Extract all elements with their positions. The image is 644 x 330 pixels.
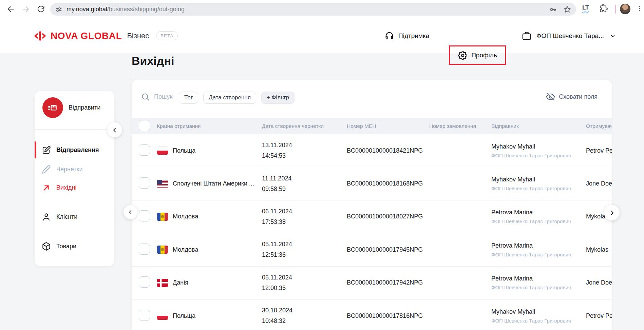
country-name: Данія [173,279,188,286]
hide-fields-label: Сховати поля [559,93,598,100]
sender-org: ФОП Шевченко Тарас Григорович [491,318,586,324]
draft-time: 09:58:59 [262,184,347,194]
headphones-icon [384,31,394,41]
back-icon[interactable] [7,5,15,13]
sidebar-divider [35,129,114,130]
draft-date: 05.11.2024 [262,272,347,283]
table-row[interactable]: Молдова 06.11.2024 17:53:38 BC0000010000… [132,200,612,233]
table-scroll-right-button[interactable] [604,205,620,220]
country-name: Молдова [173,246,198,253]
sidebar-item-label: Вихідні [56,184,77,191]
support-label: Підтримка [398,32,429,40]
row-checkbox[interactable] [139,244,150,255]
table-row[interactable]: Польща 30.10.2024 10:48:32 BC00000100000… [132,299,612,330]
sidebar-item-goods[interactable]: Товари [35,238,114,254]
table-row[interactable]: Сполучені Штати Америки ... 11.11.2024 0… [132,167,612,200]
add-filter-button[interactable]: + Фільтр [261,92,295,104]
search-placeholder: Пошук [154,93,172,100]
sidebar-item-drafts[interactable]: Чернетки [35,161,114,177]
sender-name: Myhakov Myhail [491,308,586,315]
outgoing-table-card: Пошук Тег Дата створення + Фільтр Сховат… [132,80,612,330]
sender-name: Myhakov Myhail [491,143,586,150]
page-title: Вихідні [132,54,174,67]
draft-date: 13.11.2024 [262,140,347,151]
beta-badge: BETA [156,31,178,40]
sender-org: ФОП Шевченко Тарас Григорович [491,285,586,290]
sidebar-item-label: Клієнти [56,213,77,220]
draft-time: 10:48:32 [262,316,347,326]
draft-time: 14:54:53 [262,151,347,161]
chevron-left-icon [128,210,133,215]
languagetool-extension-icon[interactable]: LT [582,4,589,11]
recipient-name: Petrov Pe [586,312,612,319]
bookmark-star-icon[interactable] [563,5,571,14]
sidebar-collapse-button[interactable] [107,122,122,137]
nova-global-logo[interactable]: NOVA GLOBAL Бізнес BETA [34,18,178,53]
url-host: my.nova.global [67,6,107,13]
reload-icon[interactable] [37,5,45,13]
sidebar-item-clients[interactable]: Клієнти [35,209,114,225]
recipient-name: Jone Doe [586,180,612,187]
country-name: Польща [173,147,195,154]
column-header-country: Країна отримання [157,123,262,129]
sidebar-item-outgoing[interactable]: Вихідні [35,180,114,195]
filter-date-button[interactable]: Дата створення [203,92,256,104]
chevron-right-icon [609,210,615,216]
briefcase-icon [522,31,532,41]
column-header-draft-date: Дата створення чернетки [262,123,347,129]
table-header-row: Країна отримання Дата створення чернетки… [132,118,612,134]
table-row[interactable]: Данія 05.11.2024 12:00:35 BC000001000001… [132,267,612,299]
men-number: BC0000010000018421NPG [347,147,429,154]
person-icon [42,212,51,221]
site-settings-icon[interactable] [55,6,62,13]
account-switcher[interactable]: ФОП Шевченко Тара... [522,18,616,53]
recipient-name: Jone Doe [586,279,612,286]
country-flag-icon [157,279,168,287]
country-flag-icon [157,147,168,155]
brand-name: NOVA GLOBAL [51,31,122,41]
country-flag-icon [157,213,168,221]
forward-icon[interactable] [22,5,30,13]
table-row[interactable]: Польща 13.11.2024 14:54:53 BC00000100000… [132,134,612,167]
row-checkbox[interactable] [139,276,150,288]
compose-icon [42,145,51,155]
sender-org: ФОП Шевченко Тарас Григорович [491,153,586,158]
sender-name: Petrova Marina [491,209,586,216]
draft-time: 17:53:38 [262,217,347,227]
select-all-checkbox[interactable] [139,120,150,131]
row-checkbox[interactable] [139,144,150,156]
gear-icon [458,51,467,60]
sender-org: ФОП Шевченко Тарас Григорович [491,252,586,257]
row-checkbox[interactable] [139,210,150,221]
send-button[interactable]: Відправити [42,97,100,118]
browser-toolbar: my.nova.global/business/shipping/out-goi… [0,0,644,18]
sidebar-item-label: Товари [56,243,76,250]
men-number: BC0000010000017942NPG [347,279,429,286]
profile-button-highlighted[interactable]: Профіль [449,45,506,65]
table-toolbar: Пошук Тег Дата створення + Фільтр Сховат… [132,80,612,118]
row-checkbox[interactable] [139,310,150,321]
column-header-order: Номер замовлення [429,123,491,129]
table-row[interactable]: Молдова 05.11.2024 12:51:36 BC0000010000… [132,233,612,266]
table-scroll-left-button[interactable] [124,205,137,219]
support-button[interactable]: Підтримка [384,18,429,53]
browser-menu-icon[interactable] [636,5,643,12]
url-path: /business/shipping/out-going [107,6,185,13]
chevron-down-icon [610,33,616,39]
country-flag-icon [157,180,168,188]
sidebar-item-label: Чернетки [56,166,83,173]
table-body: Польща 13.11.2024 14:54:53 BC00000100000… [132,134,612,330]
country-name: Сполучені Штати Америки ... [173,180,254,187]
browser-profile-avatar[interactable] [620,4,630,14]
product-name: Бізнес [127,32,149,40]
sidebar: Відправити Відправлення Чернетки Вихідні… [35,91,114,266]
password-key-icon[interactable] [549,5,557,14]
filter-tag-button[interactable]: Тег [179,92,198,104]
row-checkbox[interactable] [139,177,150,189]
account-label: ФОП Шевченко Тара... [536,32,604,40]
hide-fields-button[interactable]: Сховати поля [546,92,598,101]
search-input[interactable]: Пошук [141,92,172,101]
sidebar-item-shipments[interactable]: Відправлення [35,142,114,158]
address-bar[interactable]: my.nova.global/business/shipping/out-goi… [50,3,576,16]
extensions-puzzle-icon[interactable] [599,4,608,13]
